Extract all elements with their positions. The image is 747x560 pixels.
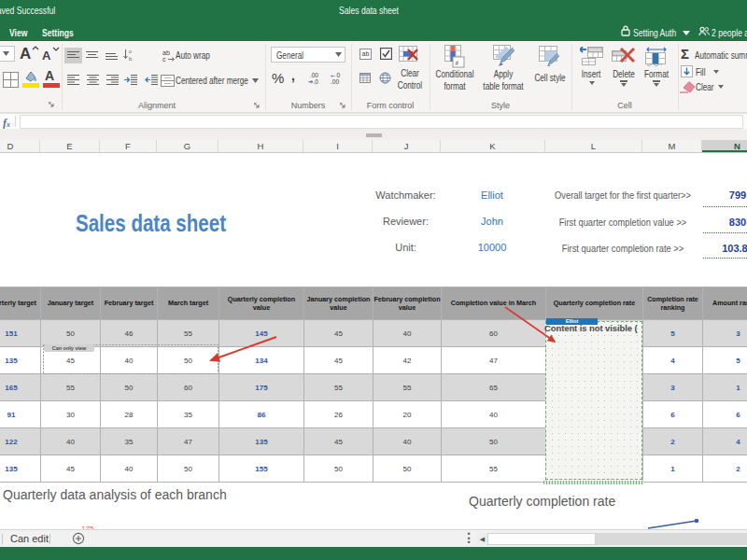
svg-text:ab: ab <box>162 49 170 56</box>
svg-text:o: o <box>129 49 132 54</box>
svg-text:b: b <box>129 56 133 62</box>
svg-text:c: c <box>162 56 166 63</box>
svg-text:≠: ≠ <box>456 60 459 66</box>
